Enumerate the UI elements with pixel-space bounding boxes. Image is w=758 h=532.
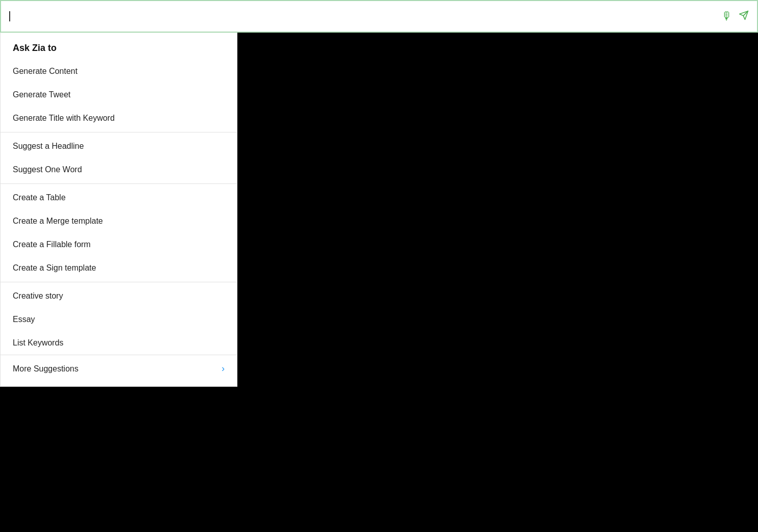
menu-item-create-fillable-form[interactable]: Create a Fillable form (1, 233, 237, 256)
menu-item-generate-content[interactable]: Generate Content (1, 60, 237, 83)
menu-item-create-sign-template[interactable]: Create a Sign template (1, 256, 237, 280)
divider-1 (1, 132, 237, 132)
menu-item-suggest-headline[interactable]: Suggest a Headline (1, 135, 237, 158)
section-4: Creative story Essay List Keywords (1, 284, 237, 355)
section-2: Suggest a Headline Suggest One Word (1, 135, 237, 181)
menu-item-creative-story[interactable]: Creative story (1, 284, 237, 308)
send-icon[interactable] (739, 10, 749, 23)
divider-3 (1, 282, 237, 282)
menu-item-create-merge-template[interactable]: Create a Merge template (1, 209, 237, 233)
menu-item-essay[interactable]: Essay (1, 308, 237, 331)
section-3: Create a Table Create a Merge template C… (1, 186, 237, 280)
search-bar: 🎙 (0, 0, 758, 33)
section-1: Generate Content Generate Tweet Generate… (1, 60, 237, 130)
mic-icon[interactable]: 🎙 (721, 10, 733, 23)
menu-item-list-keywords[interactable]: List Keywords (1, 331, 237, 355)
text-cursor (9, 11, 10, 21)
menu-item-create-table[interactable]: Create a Table (1, 186, 237, 209)
zia-dropdown-panel: Ask Zia to Generate Content Generate Twe… (0, 33, 237, 387)
menu-item-suggest-one-word[interactable]: Suggest One Word (1, 158, 237, 181)
chevron-right-icon: › (222, 363, 225, 374)
panel-header: Ask Zia to (1, 33, 237, 60)
menu-item-generate-title-keyword[interactable]: Generate Title with Keyword (1, 107, 237, 130)
more-suggestions-item[interactable]: More Suggestions › (1, 355, 237, 382)
search-icons: 🎙 (721, 10, 749, 23)
menu-item-generate-tweet[interactable]: Generate Tweet (1, 83, 237, 107)
search-input[interactable] (12, 12, 721, 21)
divider-2 (1, 183, 237, 184)
